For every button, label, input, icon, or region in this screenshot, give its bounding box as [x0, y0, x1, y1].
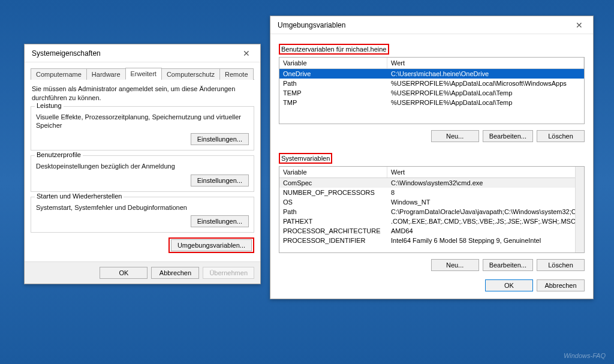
list-item[interactable]: PathC:\ProgramData\Oracle\Java\javapath;… — [279, 207, 584, 216]
admin-note: Sie müssen als Administrator angemeldet … — [32, 85, 253, 103]
user-vars-list[interactable]: Variable Wert OneDriveC:\Users\michael.h… — [279, 57, 585, 124]
env-body: Benutzervariablen für michael.heine Vari… — [270, 34, 593, 299]
cancel-button[interactable]: Abbrechen — [151, 267, 199, 279]
var-name: OneDrive — [279, 69, 387, 79]
desc-profile: Desktopeinstellungen bezüglich der Anmel… — [36, 162, 249, 170]
col-value[interactable]: Wert — [387, 58, 584, 68]
var-value: C:\Windows\system32\cmd.exe — [387, 178, 584, 188]
tab-hardware[interactable]: Hardware — [86, 68, 126, 80]
var-value: Intel64 Family 6 Model 58 Stepping 9, Ge… — [387, 236, 584, 245]
settings-profile-button[interactable]: Einstellungen... — [191, 175, 249, 186]
var-value: C:\ProgramData\Oracle\Java\javapath;C:\W… — [387, 207, 584, 216]
watermark: Windows-FAQ — [564, 352, 606, 359]
list-header: Variable Wert — [279, 167, 584, 178]
legend-profile: Benutzerprofile — [35, 151, 83, 158]
close-icon[interactable]: ✕ — [570, 20, 588, 30]
list-item[interactable]: OneDriveC:\Users\michael.heine\OneDrive — [279, 69, 584, 79]
var-value: %USERPROFILE%\AppData\Local\Temp — [387, 88, 584, 98]
var-name: PATHEXT — [279, 216, 387, 226]
list-item[interactable]: OSWindows_NT — [279, 197, 584, 207]
list-item[interactable]: TMP%USERPROFILE%\AppData\Local\Temp — [279, 98, 584, 107]
var-value: Windows_NT — [387, 197, 584, 207]
highlight-envvars: Umgebungsvariablen... — [168, 237, 254, 253]
col-variable[interactable]: Variable — [279, 58, 387, 68]
var-name: Path — [279, 207, 387, 216]
col-value[interactable]: Wert — [387, 167, 584, 178]
list-item[interactable]: Path%USERPROFILE%\AppData\Local\Microsof… — [279, 79, 584, 88]
sysprops-footer: OK Abbrechen Übernehmen — [25, 261, 260, 284]
sys-delete-button[interactable]: Löschen — [537, 259, 585, 271]
desc-start: Systemstart, Systemfehler und Debuginfor… — [36, 203, 249, 212]
user-vars-label: Benutzervariablen für michael.heine — [279, 44, 389, 55]
var-name: ComSpec — [279, 178, 387, 188]
var-value: 8 — [387, 188, 584, 197]
group-leistung: Leistung Visuelle Effekte, Prozessorzeit… — [31, 106, 254, 151]
var-value: %USERPROFILE%\AppData\Local\Microsoft\Wi… — [387, 79, 584, 88]
list-item[interactable]: ComSpecC:\Windows\system32\cmd.exe — [279, 178, 584, 188]
tab-erweitert[interactable]: Erweitert — [125, 68, 162, 80]
list-item[interactable]: PATHEXT.COM;.EXE;.BAT;.CMD;.VBS;.VBE;.JS… — [279, 216, 584, 226]
group-start: Starten und Wiederherstellen Systemstart… — [31, 197, 254, 233]
legend-leistung: Leistung — [35, 102, 64, 109]
sysprops-body: Computername Hardware Erweitert Computer… — [25, 62, 260, 261]
system-vars-list[interactable]: Variable Wert ComSpecC:\Windows\system32… — [279, 166, 585, 253]
var-name: Path — [279, 79, 387, 88]
list-header: Variable Wert — [279, 58, 584, 69]
var-name: PROCESSOR_ARCHITECTURE — [279, 226, 387, 236]
tab-computername[interactable]: Computername — [31, 68, 87, 80]
var-name: TEMP — [279, 88, 387, 98]
ok-button[interactable]: OK — [100, 267, 148, 279]
tab-remote[interactable]: Remote — [219, 68, 254, 80]
highlight-sysvars: Systemvariablen — [279, 153, 585, 164]
desc-leistung: Visuelle Effekte, Prozessorzeitplanung, … — [36, 113, 249, 130]
sys-edit-button[interactable]: Bearbeiten... — [483, 259, 533, 271]
group-benutzerprofile: Benutzerprofile Desktopeinstellungen bez… — [31, 155, 254, 191]
list-item[interactable]: TEMP%USERPROFILE%\AppData\Local\Temp — [279, 88, 584, 98]
list-item[interactable]: NUMBER_OF_PROCESSORS8 — [279, 188, 584, 197]
user-delete-button[interactable]: Löschen — [537, 130, 585, 142]
legend-start: Starten und Wiederherstellen — [35, 192, 124, 200]
window-title: Systemeigenschaften — [32, 49, 101, 58]
env-titlebar: Umgebungsvariablen ✕ — [270, 16, 593, 34]
titlebar: Systemeigenschaften ✕ — [25, 44, 260, 62]
list-item[interactable]: PROCESSOR_ARCHITECTUREAMD64 — [279, 226, 584, 236]
col-variable[interactable]: Variable — [279, 167, 387, 178]
system-properties-window: Systemeigenschaften ✕ Computername Hardw… — [24, 44, 261, 284]
var-name: PROCESSOR_IDENTIFIER — [279, 236, 387, 245]
var-value: .COM;.EXE;.BAT;.CMD;.VBS;.VBE;.JS;.JSE;.… — [387, 216, 584, 226]
env-ok-button[interactable]: OK — [485, 279, 533, 291]
settings-start-button[interactable]: Einstellungen... — [191, 215, 249, 227]
env-window-title: Umgebungsvariablen — [278, 21, 345, 29]
close-icon[interactable]: ✕ — [237, 49, 255, 58]
system-vars-label: Systemvariablen — [279, 153, 332, 164]
var-name: TMP — [279, 98, 387, 107]
list-item[interactable]: PROCESSOR_IDENTIFIERIntel64 Family 6 Mod… — [279, 236, 584, 245]
user-edit-button[interactable]: Bearbeiten... — [483, 130, 533, 142]
highlight-uservars: Benutzervariablen für michael.heine — [279, 44, 585, 55]
var-value: C:\Users\michael.heine\OneDrive — [387, 69, 584, 79]
var-name: OS — [279, 197, 387, 207]
var-name: NUMBER_OF_PROCESSORS — [279, 188, 387, 197]
apply-button[interactable]: Übernehmen — [203, 267, 254, 279]
env-cancel-button[interactable]: Abbrechen — [537, 279, 585, 291]
var-value: %USERPROFILE%\AppData\Local\Temp — [387, 98, 584, 107]
var-value: AMD64 — [387, 226, 584, 236]
settings-leistung-button[interactable]: Einstellungen... — [191, 133, 249, 145]
tab-computerschutz[interactable]: Computerschutz — [161, 68, 220, 80]
user-new-button[interactable]: Neu... — [431, 130, 479, 142]
env-vars-button[interactable]: Umgebungsvariablen... — [171, 239, 252, 251]
tabs: Computername Hardware Erweitert Computer… — [31, 67, 254, 80]
scrollbar[interactable] — [575, 167, 584, 252]
sys-new-button[interactable]: Neu... — [431, 259, 479, 271]
env-vars-window: Umgebungsvariablen ✕ Benutzervariablen f… — [270, 16, 594, 299]
